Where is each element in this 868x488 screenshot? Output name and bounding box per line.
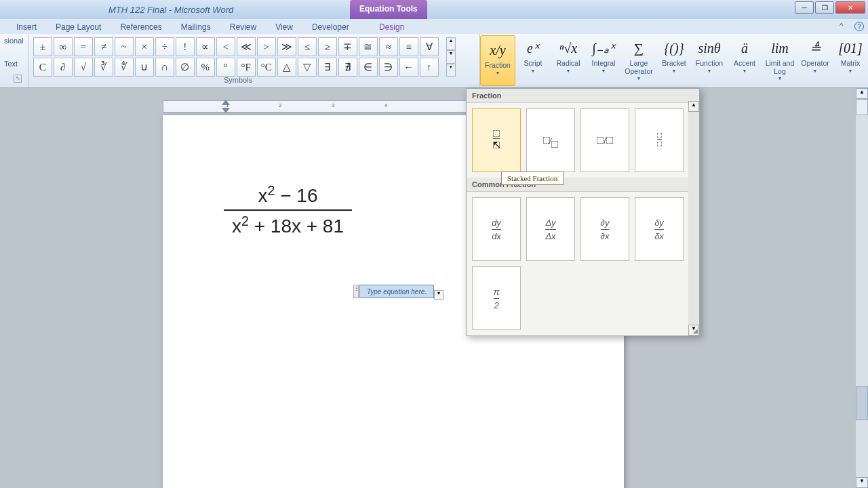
equation-display[interactable]: x2 − 16 x2 + 18x + 81	[224, 183, 352, 238]
symbol-button[interactable]: ≡	[399, 37, 418, 56]
structure-function[interactable]: sinθFunction▼	[692, 34, 727, 87]
equation-options-dropdown[interactable]: ▼	[434, 290, 443, 300]
symbols-scroll-down-icon[interactable]: ▼	[446, 50, 456, 63]
symbol-button[interactable]: ≈	[379, 37, 398, 56]
dropdown-arrow-icon[interactable]: ▼	[637, 76, 642, 81]
hanging-indent-marker[interactable]	[222, 108, 230, 113]
symbol-button[interactable]: √	[74, 58, 93, 77]
symbol-button[interactable]: ∛	[94, 58, 113, 77]
tab-references[interactable]: References	[111, 20, 171, 34]
skewed-fraction-item[interactable]: ∕	[526, 108, 575, 172]
symbol-button[interactable]: ≠	[94, 37, 113, 56]
symbol-button[interactable]: %	[196, 58, 215, 77]
equation-tools-tab[interactable]: Equation Tools	[350, 0, 427, 19]
symbol-button[interactable]: ∀	[420, 37, 439, 56]
close-button[interactable]: ✕	[835, 1, 865, 14]
scroll-up-button[interactable]: ▲	[856, 88, 868, 99]
symbols-scroll-up-icon[interactable]: ▲	[446, 37, 456, 50]
gallery-scroll-up-icon[interactable]: ▲	[688, 101, 699, 112]
linear-fraction-item[interactable]: /	[580, 108, 629, 172]
equation-placeholder[interactable]: Type equation here.	[359, 285, 434, 298]
common-fraction-item[interactable]: δyδx	[635, 197, 684, 261]
symbol-button[interactable]: ∜	[115, 58, 134, 77]
structure-matrix[interactable]: [01]Matrix▼	[833, 34, 868, 87]
symbol-button[interactable]: ∄	[338, 58, 357, 77]
structure-limit-and-log[interactable]: limLimit and Log▼	[762, 34, 797, 87]
symbol-button[interactable]: ~	[115, 37, 134, 56]
symbol-button[interactable]: ←	[399, 58, 418, 77]
symbol-button[interactable]: ∂	[54, 58, 73, 77]
restore-button[interactable]: ❐	[815, 1, 834, 14]
symbol-button[interactable]: ∃	[318, 58, 337, 77]
symbol-button[interactable]: ÷	[155, 37, 174, 56]
structure-large-operator[interactable]: ∑Large Operator▼	[621, 34, 656, 87]
symbols-more-icon[interactable]: ▾	[446, 64, 456, 77]
symbol-button[interactable]: !	[176, 37, 195, 56]
symbol-button[interactable]: C	[33, 58, 52, 77]
gallery-scrollbar[interactable]: ▲ ▼	[688, 101, 699, 336]
symbol-button[interactable]: ≪	[237, 37, 256, 56]
dropdown-arrow-icon[interactable]: ▼	[813, 68, 818, 74]
symbol-button[interactable]: ∋	[379, 58, 398, 77]
scroll-thumb[interactable]	[856, 386, 868, 420]
symbol-button[interactable]: ∝	[196, 37, 215, 56]
gallery-resize-grip[interactable]: ◢	[693, 327, 698, 334]
tab-developer[interactable]: Developer	[302, 20, 359, 34]
symbols-scroll[interactable]: ▲ ▼ ▾	[446, 37, 456, 77]
symbol-button[interactable]: °C	[257, 58, 276, 77]
tab-view[interactable]: View	[266, 20, 302, 34]
symbol-button[interactable]: ≅	[359, 37, 378, 56]
symbol-button[interactable]: ∈	[359, 58, 378, 77]
common-fraction-item[interactable]: π2	[472, 266, 521, 330]
structure-script[interactable]: eˣScript▼	[515, 34, 551, 87]
symbol-button[interactable]: ∪	[135, 58, 154, 77]
dropdown-arrow-icon[interactable]: ▼	[531, 68, 536, 74]
dropdown-arrow-icon[interactable]: ▼	[848, 68, 853, 74]
structure-fraction[interactable]: x/yFraction▼	[480, 35, 515, 86]
dropdown-arrow-icon[interactable]: ▼	[778, 76, 783, 81]
symbol-button[interactable]: ∅	[176, 58, 195, 77]
symbol-button[interactable]: ×	[135, 37, 154, 56]
ruler-toggle-icon[interactable]	[856, 99, 868, 115]
tab-page-layout[interactable]: Page Layout	[46, 20, 111, 34]
tab-design[interactable]: Design	[370, 20, 414, 34]
minimize-button[interactable]: ─	[795, 1, 814, 14]
small-fraction-item[interactable]	[635, 108, 684, 172]
common-fraction-item[interactable]: dydx	[472, 197, 521, 261]
structure-integral[interactable]: ∫₋ₐˣIntegral▼	[586, 34, 621, 87]
tab-mailings[interactable]: Mailings	[172, 20, 220, 34]
dropdown-arrow-icon[interactable]: ▼	[707, 68, 712, 74]
dropdown-arrow-icon[interactable]: ▼	[566, 68, 571, 74]
vertical-scrollbar[interactable]: ▲ ▼	[856, 88, 868, 488]
symbol-button[interactable]: ≥	[318, 37, 337, 56]
symbol-button[interactable]: >	[257, 37, 276, 56]
symbol-button[interactable]: ∞	[54, 37, 73, 56]
tab-insert[interactable]: Insert	[7, 20, 46, 34]
structure-accent[interactable]: äAccent▼	[727, 34, 762, 87]
symbol-button[interactable]: ↑	[420, 58, 439, 77]
dropdown-arrow-icon[interactable]: ▼	[601, 68, 606, 74]
symbol-button[interactable]: °F	[237, 58, 256, 77]
help-icon[interactable]: ?	[854, 22, 864, 31]
equation-move-handle[interactable]: ⋮	[353, 285, 359, 298]
symbol-button[interactable]: △	[277, 58, 296, 77]
symbol-button[interactable]: ≤	[298, 37, 317, 56]
group-expand-icon[interactable]: ⤡	[14, 75, 22, 83]
symbol-button[interactable]: ∩	[155, 58, 174, 77]
symbol-button[interactable]: °	[216, 58, 235, 77]
structure-operator[interactable]: ≜Operator▼	[797, 34, 833, 87]
symbol-button[interactable]: ▽	[298, 58, 317, 77]
symbol-button[interactable]: ±	[33, 37, 52, 56]
dropdown-arrow-icon[interactable]: ▼	[496, 70, 500, 76]
symbol-button[interactable]: ≫	[277, 37, 296, 56]
tab-review[interactable]: Review	[220, 20, 266, 34]
symbol-button[interactable]: ∓	[338, 37, 357, 56]
common-fraction-item[interactable]: ΔyΔx	[526, 197, 575, 261]
dropdown-arrow-icon[interactable]: ▼	[672, 68, 677, 74]
scroll-down-button[interactable]: ▼	[856, 477, 868, 488]
structure-radical[interactable]: ⁿ√xRadical▼	[551, 34, 586, 87]
common-fraction-item[interactable]: ∂y∂x	[580, 197, 629, 261]
structure-bracket[interactable]: {()}Bracket▼	[656, 34, 692, 87]
symbol-button[interactable]: <	[216, 37, 235, 56]
dropdown-arrow-icon[interactable]: ▼	[743, 68, 747, 74]
